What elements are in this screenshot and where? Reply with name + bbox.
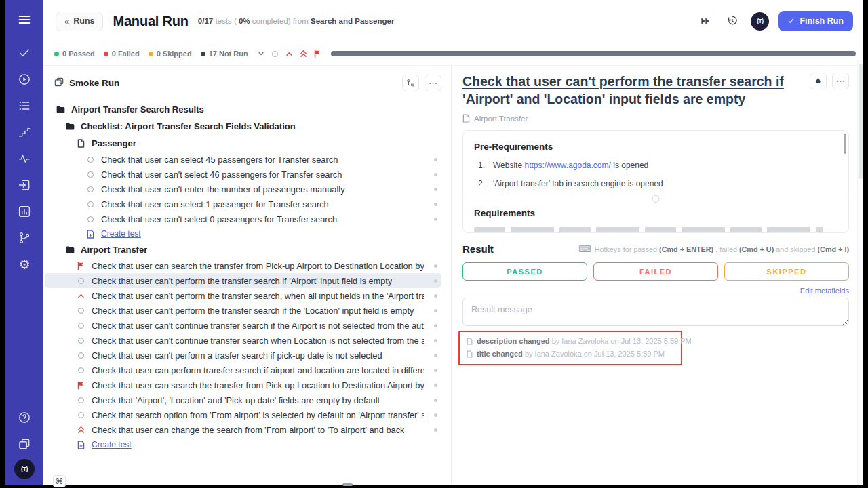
severity-major-icon[interactable]	[285, 49, 294, 58]
tree-folder-row[interactable]: Airport Transfer	[45, 241, 441, 258]
app-window: ⚙ (T) « Runs Manual Run 0/17 tests ( 0% …	[5, 0, 863, 485]
back-to-runs-button[interactable]: « Runs	[56, 12, 103, 31]
test-row[interactable]: Check that user can't perform the transf…	[45, 273, 441, 288]
section-resizer-handle[interactable]	[463, 199, 848, 199]
verdict-passed-button[interactable]: PASSED	[462, 262, 587, 281]
tree-label: Check that search option from 'From airp…	[92, 410, 424, 420]
test-row[interactable]: Check that user can select 1 passenger f…	[45, 197, 441, 211]
severity-blocker-icon[interactable]	[313, 49, 323, 58]
create-test-link[interactable]: Create test	[45, 226, 441, 241]
test-title[interactable]: Check that user can't perform the transf…	[462, 73, 802, 108]
activity-icon[interactable]	[13, 147, 36, 170]
circle-icon	[76, 367, 86, 373]
back-label: Runs	[73, 16, 94, 26]
test-row[interactable]: Check that user can search the transfer …	[45, 378, 441, 392]
severity-critical-icon[interactable]	[299, 49, 309, 58]
help-icon[interactable]	[13, 406, 36, 429]
settings-icon[interactable]: ⚙	[13, 253, 36, 276]
vertical-scrollbar[interactable]	[857, 60, 863, 485]
topbar: « Runs Manual Run 0/17 tests ( 0% comple…	[43, 0, 863, 42]
keyboard-icon: ⌨	[578, 244, 591, 254]
pre-requirements-heading: Pre-Requirements	[474, 142, 837, 152]
test-row[interactable]: Check that user can't perform the transf…	[45, 303, 441, 318]
folders-icon[interactable]	[13, 432, 36, 455]
suite-tag[interactable]: Airport Transfer	[462, 114, 849, 123]
test-row[interactable]: Check that user can't continue transfer …	[45, 318, 441, 333]
logo-icon[interactable]: (T)	[14, 459, 35, 479]
tree-label: Check that user can select 1 passenger f…	[101, 199, 329, 209]
test-row[interactable]: Check that user can't select 0 passenger…	[45, 211, 441, 226]
doc-icon	[462, 114, 470, 123]
tree-label: Check that user can search the transfer …	[92, 380, 424, 390]
menu-icon[interactable]	[13, 8, 36, 31]
result-dot	[434, 188, 437, 191]
test-tree: Airport Transfer Search ResultsChecklist…	[43, 98, 451, 485]
stat-item: 0 Passed	[54, 49, 95, 58]
run-title: Smoke Run	[69, 78, 119, 88]
verdict-failed-button[interactable]: FAILED	[593, 262, 718, 281]
tree-doc-row[interactable]: Passenger	[45, 135, 441, 152]
scrollbar-thumb[interactable]	[844, 134, 846, 154]
steps-icon[interactable]	[13, 121, 36, 144]
finish-run-button[interactable]: ✓ Finish Run	[778, 11, 853, 31]
branch-icon[interactable]	[13, 226, 36, 249]
tree-view-button[interactable]	[402, 75, 419, 92]
drop-icon-button[interactable]	[810, 73, 827, 89]
scrollbar-thumb[interactable]	[859, 64, 863, 179]
chevron-down-icon[interactable]	[256, 49, 266, 58]
verdict-buttons: PASSEDFAILEDSKIPPED	[462, 262, 849, 281]
test-row[interactable]: Check that user can change the search fr…	[45, 422, 441, 437]
fast-forward-icon[interactable]	[696, 12, 714, 30]
test-row[interactable]: Check that user can search the transfer …	[45, 258, 441, 273]
result-dot	[434, 399, 437, 402]
result-dot	[434, 413, 437, 417]
tree-label: Check that user can't perform the transf…	[92, 291, 424, 301]
list-icon[interactable]	[13, 94, 36, 117]
result-dot	[434, 384, 437, 387]
tree-label: Airport Transfer Search Results	[71, 104, 204, 115]
requirements-box[interactable]: Pre-Requirements 1. Website https://www.…	[462, 130, 849, 233]
agoda-link[interactable]: https://www.agoda.com/	[524, 161, 610, 170]
test-row[interactable]: Check that user can't continue transfer …	[45, 333, 441, 348]
status-dot-icon	[201, 52, 205, 56]
play-circle-icon[interactable]	[13, 68, 36, 91]
tree-label: Passenger	[92, 138, 136, 148]
tree-folder-row[interactable]: Airport Transfer Search Results	[45, 101, 441, 118]
circle-icon	[76, 397, 86, 403]
test-row[interactable]: Check that search option from 'From airp…	[45, 407, 441, 422]
test-row[interactable]: Check that user can perform transfer sea…	[45, 363, 441, 378]
main-area: « Runs Manual Run 0/17 tests ( 0% comple…	[43, 0, 863, 485]
verdict-skipped-button[interactable]: SKIPPED	[724, 262, 849, 281]
circle-icon	[85, 216, 96, 222]
create-test-link[interactable]: Create test	[45, 437, 441, 452]
result-dot	[434, 158, 437, 161]
test-row[interactable]: Check that user can't perform a trasfer …	[45, 348, 441, 363]
check-icon[interactable]	[13, 41, 36, 64]
panel-more-button[interactable]: ⋯	[425, 75, 441, 92]
chevrons-left-icon: «	[64, 16, 69, 26]
folder-icon	[65, 246, 75, 253]
stats-bar: 0 Passed0 Failed0 Skipped17 Not Run	[43, 42, 863, 65]
tree-label: Check that user can't continue transfer …	[92, 321, 424, 331]
content: Smoke Run ⋯ Airport Transfer Search Resu…	[43, 65, 863, 485]
circle-icon	[85, 186, 96, 192]
test-row[interactable]: Check that user can't enter the number o…	[45, 182, 441, 197]
test-row[interactable]: Check that user can't select 46 passenge…	[45, 167, 441, 182]
history-timer-icon[interactable]	[724, 12, 741, 30]
result-dot	[434, 369, 437, 372]
result-dot	[434, 354, 437, 357]
bar-chart-icon[interactable]	[13, 200, 36, 223]
detail-more-button[interactable]: ⋯	[832, 73, 849, 89]
test-row[interactable]: Check that user can't perform the transf…	[45, 288, 441, 303]
circle-icon	[76, 352, 86, 359]
command-key-button[interactable]: ⌘	[53, 475, 66, 487]
result-message-input[interactable]	[462, 298, 849, 326]
not-run-circle-icon[interactable]	[271, 49, 280, 58]
result-dot	[434, 264, 437, 268]
edit-metafields-link[interactable]: Edit metafields	[462, 287, 849, 295]
test-row[interactable]: Check that user can select 45 passengers…	[45, 152, 441, 167]
test-row[interactable]: Check that 'Airport', 'Location' and 'Pi…	[45, 392, 441, 407]
tree-folder-row[interactable]: Checklist: Airport Transfer Search Field…	[45, 118, 441, 135]
export-icon[interactable]	[13, 174, 36, 197]
user-avatar[interactable]: (T)	[751, 12, 769, 30]
